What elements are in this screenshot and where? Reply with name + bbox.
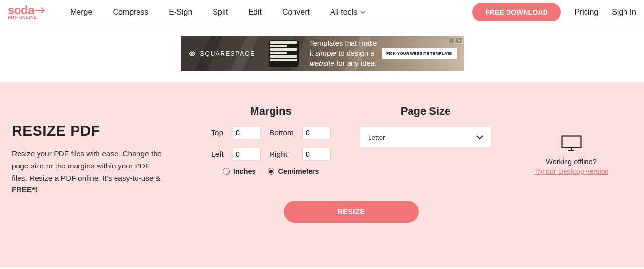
ad-banner[interactable]: i ✕ SQUARESPACE Templates that make it s… (181, 36, 464, 71)
hero-right: Working offline? Try our Desktop version (510, 105, 632, 233)
free-download-button[interactable]: FREE DOWNLOAD (472, 3, 561, 21)
page-title: RESIZE PDF (12, 123, 192, 139)
page-size-heading: Page Size (401, 105, 451, 118)
radio-centimeters[interactable]: Centimeters (268, 167, 319, 175)
nav-compress[interactable]: Compress (113, 8, 148, 17)
resize-button[interactable]: RESIZE (284, 201, 419, 223)
nav-edit[interactable]: Edit (248, 8, 262, 17)
nav-convert[interactable]: Convert (282, 8, 310, 17)
logo-sub: PDF ONLINE (8, 15, 46, 20)
monitor-icon (561, 135, 582, 152)
hero-section: RESIZE PDF Resize your PDF files with ea… (0, 82, 644, 267)
ad-line1: Templates that make (310, 39, 377, 48)
nav-signin[interactable]: Sign In (612, 8, 636, 17)
ad-line3: website for any idea. (310, 59, 377, 68)
nav-all-tools-label: All tools (330, 8, 357, 17)
nav-all-tools[interactable]: All tools (330, 8, 365, 17)
ad-copy: Templates that make it simple to design … (310, 39, 377, 68)
input-margin-bottom[interactable] (302, 126, 331, 139)
margins-heading: Margins (250, 105, 291, 118)
chevron-down-icon (476, 135, 483, 139)
units-row: Inches Centimeters (223, 167, 319, 175)
svg-rect-0 (562, 136, 581, 148)
nav-split[interactable]: Split (213, 8, 228, 17)
nav-merge[interactable]: Merge (70, 8, 92, 17)
margins-grid: Top Bottom Left Right (211, 126, 331, 161)
desktop-version-link[interactable]: Try our Desktop version (534, 167, 608, 175)
logo[interactable]: soda PDF ONLINE (8, 4, 46, 20)
ad-brand: SQUARESPACE (200, 50, 255, 57)
label-right: Right (270, 150, 293, 159)
radio-inches[interactable]: Inches (223, 167, 256, 175)
input-margin-left[interactable] (233, 148, 261, 161)
nav-esign[interactable]: E-Sign (169, 8, 192, 17)
input-margin-right[interactable] (302, 148, 331, 161)
radio-centimeters-label: Centimeters (278, 167, 319, 175)
ad-device-mockup (269, 40, 299, 67)
page-size-select[interactable]: Letter (360, 126, 491, 148)
label-top: Top (211, 128, 224, 137)
controls-row: Margins Top Bottom Left Right Inches (211, 105, 491, 175)
nav-pricing[interactable]: Pricing (574, 8, 598, 17)
hero-left: RESIZE PDF Resize your PDF files with ea… (12, 105, 192, 233)
radio-inches-label: Inches (234, 167, 256, 175)
input-margin-top[interactable] (233, 126, 261, 139)
chevron-down-icon (360, 11, 365, 14)
hero-controls: Margins Top Bottom Left Right Inches (197, 105, 506, 233)
ad-close-icon[interactable]: ✕ (456, 37, 463, 44)
right-nav: FREE DOWNLOAD Pricing Sign In (472, 3, 636, 21)
ad-line2: it simple to design a (310, 48, 377, 58)
offline-text: Working offline? (546, 158, 596, 166)
ad-logo: SQUARESPACE (188, 49, 255, 58)
main-nav: Merge Compress E-Sign Split Edit Convert… (70, 8, 472, 17)
label-left: Left (211, 150, 224, 159)
page-size-value: Letter (368, 134, 385, 141)
label-bottom: Bottom (270, 128, 293, 137)
squarespace-icon (188, 49, 196, 58)
top-header: soda PDF ONLINE Merge Compress E-Sign Sp… (0, 0, 644, 24)
ad-container: i ✕ SQUARESPACE Templates that make it s… (0, 24, 644, 82)
arrow-right-icon (35, 7, 46, 14)
ad-info-icon[interactable]: i (448, 37, 455, 44)
margins-column: Margins Top Bottom Left Right Inches (211, 105, 331, 175)
page-size-column: Page Size Letter (360, 105, 491, 175)
page-description: Resize your PDF files with ease. Change … (12, 148, 163, 196)
ad-cta-button[interactable]: PICK YOUR WEBSITE TEMPLATE (382, 48, 457, 59)
radio-icon (268, 168, 274, 175)
radio-icon (223, 168, 230, 175)
